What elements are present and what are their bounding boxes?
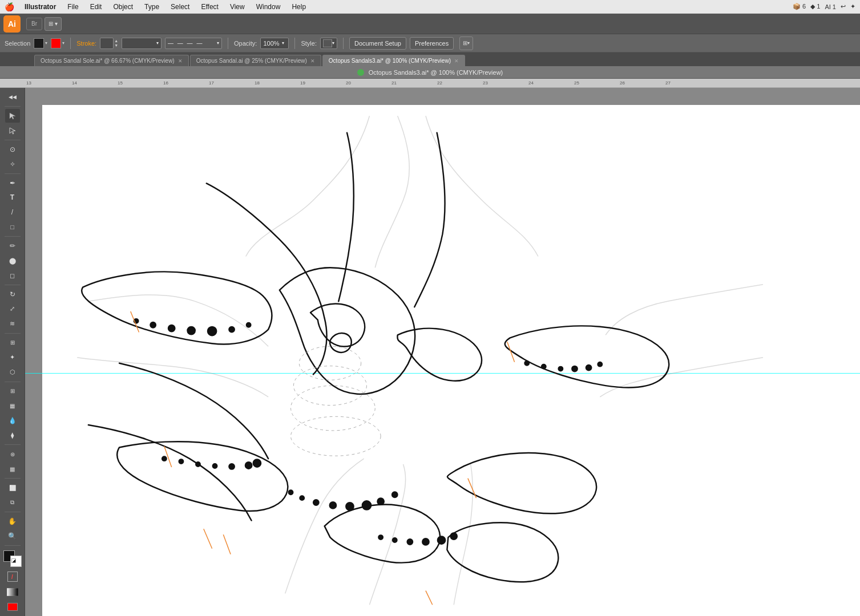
tool-name-label: Selection — [5, 40, 30, 47]
stroke-down-arrow[interactable]: ▼ — [114, 43, 118, 47]
free-transform-button[interactable]: ⊞ — [5, 336, 20, 350]
shape-builder-button[interactable]: ✦ — [5, 351, 20, 364]
horizontal-ruler: 13 14 15 16 17 18 19 20 21 22 23 24 25 2… — [0, 79, 860, 88]
ruler-tick-25: 25 — [574, 80, 579, 86]
svg-point-3 — [168, 325, 175, 332]
ruler-tick-22: 22 — [437, 80, 442, 86]
tab-1[interactable]: Octopus Sandal.ai @ 25% (CMYK/Preview) ✕ — [190, 55, 321, 66]
rect-tool-button[interactable]: □ — [5, 220, 20, 234]
stroke-dropdown-icon[interactable]: ▾ — [62, 40, 64, 46]
fill-swatch[interactable] — [34, 38, 44, 48]
dropbox-icon: 📦 6 — [793, 3, 806, 10]
ruler-tick-17: 17 — [209, 80, 214, 86]
scale-tool-button[interactable]: ⤢ — [5, 302, 20, 316]
stroke-profile-dropdown[interactable]: ▾ — [122, 38, 161, 49]
workspace-button[interactable]: ⊞ ▾ — [45, 17, 62, 31]
ruler-tick-24: 24 — [528, 80, 534, 86]
tab-0-close[interactable]: ✕ — [178, 58, 183, 64]
tab-2-close[interactable]: ✕ — [454, 58, 459, 64]
menu-illustrator[interactable]: Illustrator — [20, 0, 60, 13]
canvas-area[interactable] — [25, 88, 860, 616]
menu-window[interactable]: Window — [252, 0, 285, 13]
svg-point-20 — [597, 362, 602, 367]
symbol-sprayer-button[interactable]: ⊛ — [5, 447, 20, 461]
eraser-tool-button[interactable]: ◻ — [5, 269, 20, 282]
svg-point-8 — [162, 456, 167, 461]
svg-point-32 — [422, 538, 429, 545]
variable-width-selector[interactable]: — — — — ▾ — [165, 38, 222, 49]
stroke-weight-input[interactable] — [100, 38, 114, 49]
eyedropper-button[interactable]: 💧 — [5, 414, 20, 428]
document-setup-button[interactable]: Document Setup — [349, 37, 406, 50]
type-tool-button[interactable]: T — [5, 191, 20, 204]
magic-wand-button[interactable]: ✧ — [5, 157, 20, 171]
column-graph-button[interactable]: ▦ — [5, 462, 20, 476]
view-options-icon: ⊞ — [463, 40, 467, 46]
svg-point-10 — [196, 462, 200, 467]
preferences-button[interactable]: Preferences — [410, 37, 454, 50]
style-dropdown[interactable]: ▾ — [320, 38, 337, 49]
ruler-tick-15: 15 — [118, 80, 123, 86]
menu-effect[interactable]: Effect — [196, 0, 223, 13]
stroke-up-arrow[interactable]: ▲ — [114, 39, 118, 43]
rotate-tool-button[interactable]: ↻ — [5, 287, 20, 301]
blob-brush-button[interactable]: ⬤ — [5, 254, 20, 268]
history-icon: ↩ — [841, 3, 846, 10]
fill-dropdown-icon[interactable]: ▾ — [45, 40, 47, 46]
svg-point-13 — [245, 462, 252, 469]
opacity-input[interactable]: 100% ▾ — [260, 38, 289, 49]
menu-view[interactable]: View — [225, 0, 249, 13]
active-doc-title: Octopus Sandals3.ai* @ 100% (CMYK/Previe… — [369, 69, 503, 76]
menu-file[interactable]: File — [63, 0, 83, 13]
tab-0[interactable]: Octopus Sandal Sole.ai* @ 66.67% (CMYK/P… — [34, 55, 189, 66]
ai-badge: AI 1 — [825, 3, 836, 10]
line-tool-button[interactable]: / — [5, 205, 20, 219]
direct-select-tool-button[interactable] — [5, 124, 20, 137]
pen-tool-button[interactable]: ✒ — [5, 176, 20, 190]
hand-tool-button[interactable]: ✋ — [5, 514, 20, 528]
bridge-button[interactable]: Br — [26, 18, 42, 30]
fill-color-bottom-button[interactable] — [5, 600, 20, 614]
tab-2[interactable]: Octopus Sandals3.ai* @ 100% (CMYK/Previe… — [322, 55, 465, 66]
menu-type[interactable]: Type — [140, 0, 164, 13]
mesh-tool-button[interactable]: ⊞ — [5, 384, 20, 398]
artboard-tool-button[interactable]: ⬜ — [5, 481, 20, 495]
menu-select[interactable]: Select — [166, 0, 194, 13]
svg-point-5 — [208, 327, 217, 336]
svg-point-30 — [393, 538, 397, 542]
view-options-button[interactable]: ⊞ ▾ — [459, 37, 473, 50]
svg-line-41 — [426, 591, 433, 605]
slice-tool-button[interactable]: ⧉ — [5, 496, 20, 509]
gradient-tool-button[interactable]: ▦ — [5, 399, 20, 413]
menu-object[interactable]: Object — [108, 0, 138, 13]
toolbar-top: Ai Br ⊞ ▾ — [0, 14, 860, 34]
no-color-button[interactable]: / — [7, 572, 18, 582]
warp-tool-button[interactable]: ≋ — [5, 317, 20, 331]
menu-help[interactable]: Help — [287, 0, 310, 13]
swap-colors-button[interactable] — [11, 558, 16, 563]
workspace-icon: ⊞ — [49, 21, 53, 27]
selection-tool-button[interactable] — [5, 109, 20, 123]
opacity-dropdown-icon: ▾ — [282, 40, 284, 46]
svg-point-6 — [229, 327, 235, 333]
blend-tool-button[interactable]: ⧫ — [5, 428, 20, 442]
tab-1-close[interactable]: ✕ — [310, 58, 315, 64]
style-label: Style: — [301, 40, 317, 47]
svg-line-40 — [223, 534, 231, 554]
svg-point-31 — [407, 539, 413, 545]
lasso-tool-button[interactable]: ⊙ — [5, 143, 20, 156]
zoom-tool-button[interactable]: 🔍 — [5, 529, 20, 543]
stroke-swatch[interactable] — [51, 38, 61, 48]
apple-menu[interactable]: 🍎 — [5, 2, 14, 11]
perspective-grid-button[interactable]: ⬡ — [5, 366, 20, 379]
fill-gradient-button[interactable] — [5, 585, 20, 599]
svg-point-42 — [299, 346, 361, 380]
stroke-color-group: ▾ — [51, 38, 64, 48]
menu-edit[interactable]: Edit — [86, 0, 107, 13]
svg-point-44 — [291, 386, 376, 431]
toolbar-collapse-button[interactable]: ◀◀ — [5, 90, 20, 104]
selection-tool-icon — [9, 112, 17, 120]
pencil-tool-button[interactable]: ✏ — [5, 239, 20, 253]
separator-1 — [70, 38, 71, 49]
tool-separator-7 — [5, 444, 21, 445]
